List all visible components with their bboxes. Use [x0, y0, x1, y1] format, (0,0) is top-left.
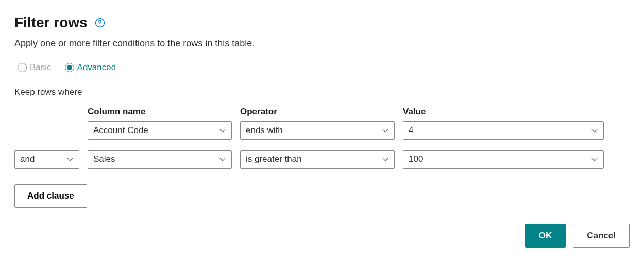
help-icon[interactable]: [95, 18, 105, 28]
mode-radio-group: Basic Advanced: [14, 62, 630, 73]
column-header-operator: Operator: [240, 107, 395, 118]
operator-select[interactable]: is greater than: [240, 150, 395, 169]
filter-row: Column name Account Code Operator ends w…: [14, 107, 630, 140]
chevron-down-icon: [382, 127, 389, 134]
column-header-column: Column name: [88, 107, 232, 118]
logic-select-value: and: [20, 154, 35, 165]
radio-basic-label: Basic: [30, 62, 52, 73]
chevron-down-icon: [591, 156, 598, 163]
page-title: Filter rows: [14, 14, 88, 31]
add-clause-button[interactable]: Add clause: [14, 184, 87, 208]
value-select[interactable]: 100: [403, 150, 604, 169]
column-header-value: Value: [403, 107, 604, 118]
column-select[interactable]: Account Code: [88, 121, 232, 140]
radio-circle-icon: [18, 63, 27, 72]
keep-rows-label: Keep rows where: [14, 87, 630, 97]
column-select-value: Account Code: [93, 125, 148, 136]
page-subtitle: Apply one or more filter conditions to t…: [14, 38, 630, 49]
value-select-value: 100: [409, 154, 423, 165]
radio-basic[interactable]: Basic: [18, 62, 52, 73]
column-select-value: Sales: [93, 154, 115, 165]
filter-row: and Sales is greater than 100: [14, 150, 630, 169]
chevron-down-icon: [66, 156, 74, 163]
value-select[interactable]: 4: [403, 121, 604, 140]
column-select[interactable]: Sales: [88, 150, 232, 169]
ok-button[interactable]: OK: [525, 224, 566, 248]
radio-advanced[interactable]: Advanced: [65, 62, 116, 73]
value-select-value: 4: [409, 125, 413, 136]
logic-select[interactable]: and: [14, 150, 79, 169]
operator-select-value: ends with: [246, 125, 283, 136]
radio-advanced-label: Advanced: [77, 62, 116, 73]
operator-select[interactable]: ends with: [240, 121, 395, 140]
chevron-down-icon: [382, 156, 389, 163]
chevron-down-icon: [219, 127, 226, 134]
chevron-down-icon: [591, 127, 598, 134]
dialog-footer: OK Cancel: [525, 224, 630, 248]
cancel-button[interactable]: Cancel: [573, 224, 630, 248]
filter-grid: Column name Account Code Operator ends w…: [14, 107, 630, 169]
operator-select-value: is greater than: [246, 154, 302, 165]
chevron-down-icon: [219, 156, 226, 163]
radio-circle-icon: [65, 63, 74, 72]
svg-point-1: [99, 25, 100, 26]
